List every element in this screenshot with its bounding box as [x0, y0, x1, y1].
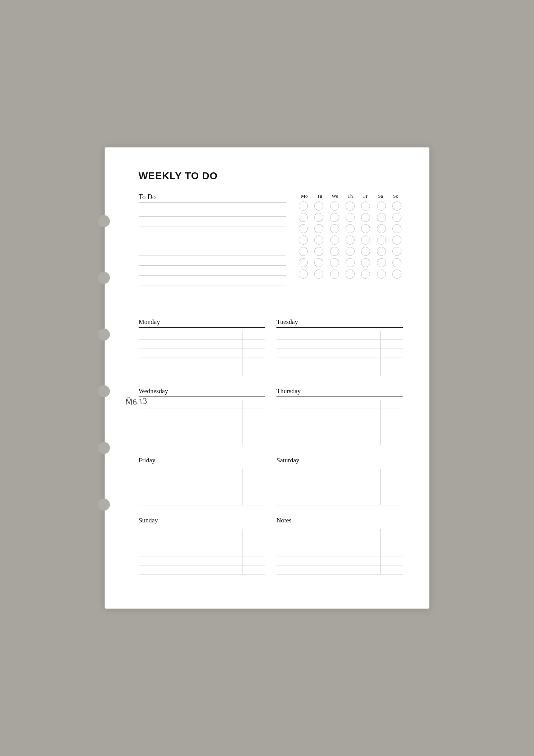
side-line[interactable]: [381, 478, 403, 487]
day-line[interactable]: [276, 418, 380, 427]
day-circle[interactable]: [392, 224, 401, 233]
side-line[interactable]: [381, 556, 403, 565]
day-line[interactable]: [139, 436, 242, 445]
day-line[interactable]: [276, 358, 380, 367]
day-circle[interactable]: [299, 270, 308, 279]
day-line[interactable]: [276, 331, 380, 340]
side-line[interactable]: [243, 436, 265, 445]
side-line[interactable]: [381, 400, 403, 409]
side-line[interactable]: [381, 340, 403, 349]
side-line[interactable]: [243, 547, 265, 556]
side-line[interactable]: [381, 487, 403, 496]
day-circle[interactable]: [346, 270, 355, 279]
day-circle[interactable]: [377, 247, 386, 256]
day-circle[interactable]: [314, 258, 323, 267]
side-line[interactable]: [243, 496, 265, 505]
todo-line[interactable]: [139, 266, 286, 276]
side-line[interactable]: [243, 487, 265, 496]
day-line[interactable]: [276, 487, 380, 496]
side-line[interactable]: [381, 538, 403, 547]
day-line[interactable]: [276, 340, 380, 349]
side-line[interactable]: [243, 340, 265, 349]
day-circle[interactable]: [346, 213, 355, 222]
day-line[interactable]: [276, 496, 380, 505]
day-circle[interactable]: [361, 270, 370, 279]
day-line[interactable]: [276, 436, 380, 445]
day-circle[interactable]: [346, 224, 355, 233]
day-circle[interactable]: [330, 201, 339, 211]
side-line[interactable]: [381, 496, 403, 505]
todo-line[interactable]: [139, 217, 286, 226]
day-circle[interactable]: [377, 258, 386, 267]
side-line[interactable]: [381, 418, 403, 427]
day-line[interactable]: [139, 400, 242, 409]
day-line[interactable]: [276, 478, 380, 487]
day-circle[interactable]: [314, 201, 323, 211]
todo-line[interactable]: [139, 285, 286, 295]
day-circle[interactable]: [330, 235, 339, 245]
day-line[interactable]: [276, 529, 380, 538]
todo-line[interactable]: [139, 246, 286, 256]
day-circle[interactable]: [392, 270, 401, 279]
side-line[interactable]: [381, 469, 403, 478]
day-circle[interactable]: [377, 270, 386, 279]
side-line[interactable]: [243, 556, 265, 565]
todo-line[interactable]: [139, 236, 286, 246]
day-circle[interactable]: [377, 213, 386, 222]
side-line[interactable]: [243, 565, 265, 575]
side-line[interactable]: [243, 478, 265, 487]
day-circle[interactable]: [346, 235, 355, 245]
day-line[interactable]: [139, 409, 242, 418]
day-circle[interactable]: [346, 247, 355, 256]
day-circle[interactable]: [299, 258, 308, 267]
day-circle[interactable]: [392, 235, 401, 245]
day-line[interactable]: [276, 400, 380, 409]
side-line[interactable]: [243, 529, 265, 538]
side-line[interactable]: [381, 367, 403, 376]
day-line[interactable]: [139, 469, 242, 478]
side-line[interactable]: [381, 427, 403, 436]
day-circle[interactable]: [377, 235, 386, 245]
day-circle[interactable]: [314, 224, 323, 233]
day-circle[interactable]: [299, 235, 308, 245]
day-line[interactable]: [276, 556, 380, 565]
day-line[interactable]: [139, 349, 242, 358]
day-line[interactable]: [276, 409, 380, 418]
day-circle[interactable]: [314, 213, 323, 222]
day-circle[interactable]: [299, 201, 308, 211]
side-line[interactable]: [243, 331, 265, 340]
day-circle[interactable]: [299, 247, 308, 256]
day-circle[interactable]: [361, 258, 370, 267]
day-circle[interactable]: [330, 213, 339, 222]
side-line[interactable]: [243, 469, 265, 478]
day-circle[interactable]: [314, 247, 323, 256]
day-circle[interactable]: [361, 247, 370, 256]
day-circle[interactable]: [330, 224, 339, 233]
side-line[interactable]: [243, 349, 265, 358]
day-circle[interactable]: [299, 224, 308, 233]
side-line[interactable]: [243, 367, 265, 376]
side-line[interactable]: [381, 547, 403, 556]
side-line[interactable]: [243, 358, 265, 367]
day-circle[interactable]: [314, 235, 323, 245]
side-line[interactable]: [243, 538, 265, 547]
day-line[interactable]: [139, 487, 242, 496]
todo-line[interactable]: [139, 295, 286, 305]
day-line[interactable]: [139, 427, 242, 436]
day-circle[interactable]: [377, 224, 386, 233]
day-line[interactable]: [139, 547, 242, 556]
day-line[interactable]: [276, 547, 380, 556]
day-circle[interactable]: [361, 235, 370, 245]
day-line[interactable]: [276, 349, 380, 358]
day-circle[interactable]: [377, 201, 386, 211]
day-line[interactable]: [139, 367, 242, 376]
day-line[interactable]: [276, 565, 380, 575]
day-line[interactable]: [276, 538, 380, 547]
day-line[interactable]: [139, 358, 242, 367]
todo-line[interactable]: [139, 226, 286, 236]
day-line[interactable]: [139, 529, 242, 538]
day-circle[interactable]: [346, 258, 355, 267]
side-line[interactable]: [381, 529, 403, 538]
day-line[interactable]: [139, 478, 242, 487]
day-line[interactable]: [139, 556, 242, 565]
